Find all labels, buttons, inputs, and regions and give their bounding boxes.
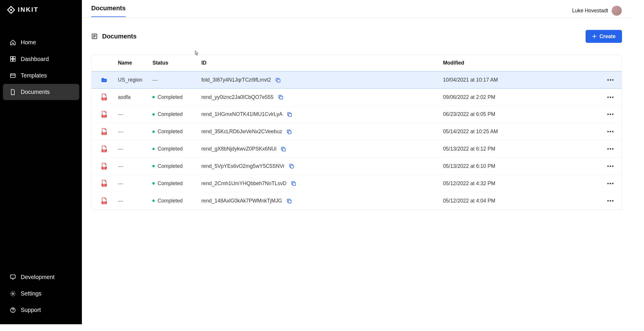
page-title: Documents bbox=[91, 33, 137, 40]
content-header: Documents Create bbox=[91, 30, 622, 43]
svg-point-20 bbox=[104, 80, 104, 81]
copy-id-button[interactable] bbox=[291, 180, 296, 186]
status-dot bbox=[152, 96, 155, 98]
avatar[interactable] bbox=[611, 6, 622, 16]
svg-point-10 bbox=[12, 293, 14, 294]
sidebar-item-templates[interactable]: Templates bbox=[3, 67, 79, 83]
dashboard-icon bbox=[10, 56, 16, 62]
create-button-label: Create bbox=[599, 33, 616, 40]
id-cell: rend_35KcLRDbJwVeNx2CVeebuz bbox=[199, 129, 441, 135]
table-row[interactable]: PDF — Completed rend_5VpYEs6vO2mg5wY5C5S… bbox=[92, 158, 622, 175]
sidebar-item-home[interactable]: Home bbox=[3, 35, 79, 50]
id-cell: rend_yy0iznc2Ja0ICbQO7e555 bbox=[199, 94, 441, 100]
sidebar-item-dashboard[interactable]: Dashboard bbox=[3, 51, 79, 67]
col-status[interactable]: Status bbox=[150, 60, 199, 66]
topbar: Documents Luke Hovestadt bbox=[82, 0, 631, 18]
copy-icon bbox=[275, 77, 281, 83]
pdf-icon: PDF bbox=[101, 111, 107, 118]
table-row[interactable]: PDF — Completed rend_148AxlG0kAk7PWMnkTj… bbox=[92, 192, 622, 210]
name-cell: — bbox=[116, 129, 150, 135]
svg-text:PDF: PDF bbox=[103, 150, 106, 151]
table-row[interactable]: PDF — Completed rend_35KcLRDbJwVeNx2CVee… bbox=[92, 123, 622, 141]
user-name: Luke Hovestadt bbox=[572, 8, 608, 14]
pdf-icon: PDF bbox=[101, 128, 107, 135]
copy-id-button[interactable] bbox=[289, 163, 294, 169]
svg-rect-23 bbox=[277, 79, 280, 82]
id-cell: rend_5VpYEs6vO2mg5wY5C5SNVr bbox=[199, 163, 441, 169]
col-modified[interactable]: Modified bbox=[441, 60, 602, 66]
more-actions-button[interactable] bbox=[607, 131, 613, 132]
more-actions-button[interactable] bbox=[607, 79, 613, 81]
svg-rect-1 bbox=[10, 9, 12, 11]
more-actions-button[interactable] bbox=[607, 200, 613, 202]
sidebar-item-documents[interactable]: Documents bbox=[3, 84, 79, 100]
svg-point-19 bbox=[103, 80, 103, 81]
svg-rect-43 bbox=[291, 166, 294, 168]
copy-icon bbox=[286, 198, 292, 204]
type-cell: PDF bbox=[93, 128, 116, 135]
sidebar-item-settings[interactable]: Settings bbox=[3, 286, 79, 301]
brand-logo[interactable]: INKIT bbox=[0, 0, 82, 22]
name-cell: — bbox=[116, 111, 150, 117]
table-row[interactable]: PDF — Completed rend_1HGmxNOTK41IMU1Cvlr… bbox=[92, 106, 622, 123]
table-row[interactable]: PDF — Completed rend_gX8bNjdykwvZ0PSKx6N… bbox=[92, 141, 622, 158]
settings-icon bbox=[10, 291, 16, 297]
sidebar-item-development[interactable]: Development bbox=[3, 269, 79, 285]
more-actions-button[interactable] bbox=[607, 183, 613, 184]
col-name[interactable]: Name bbox=[116, 60, 150, 66]
user-area[interactable]: Luke Hovestadt bbox=[572, 6, 622, 16]
copy-id-button[interactable] bbox=[278, 94, 284, 100]
sidebar-item-label: Documents bbox=[21, 89, 50, 95]
svg-rect-27 bbox=[280, 96, 283, 99]
copy-id-button[interactable] bbox=[280, 146, 286, 152]
sidebar-item-label: Dashboard bbox=[21, 56, 49, 63]
status-text: Completed bbox=[158, 94, 183, 100]
modified-cell: 06/23/2022 at 6:05 PM bbox=[441, 111, 602, 117]
table-row[interactable]: US_region — fold_3I87y4N1JqrTCzi9fLmvt2 … bbox=[92, 71, 622, 89]
support-icon bbox=[10, 307, 16, 313]
table-body: US_region — fold_3I87y4N1JqrTCzi9fLmvt2 … bbox=[92, 71, 622, 209]
sidebar-item-support[interactable]: Support bbox=[3, 302, 79, 318]
type-cell: PDF bbox=[93, 197, 116, 205]
copy-icon bbox=[286, 129, 292, 134]
svg-rect-39 bbox=[283, 148, 286, 151]
name-cell: — bbox=[116, 180, 150, 187]
svg-rect-2 bbox=[11, 57, 13, 59]
status-cell: Completed bbox=[150, 180, 199, 187]
main: Documents Luke Hovestadt Documents bbox=[82, 0, 631, 324]
status-text: Completed bbox=[158, 180, 183, 187]
pdf-icon: PDF bbox=[101, 197, 107, 205]
svg-rect-35 bbox=[288, 131, 291, 134]
page-title-text: Documents bbox=[102, 33, 136, 40]
id-text: rend_2Cmh1UmYHQbbeh7NnTLsvD bbox=[201, 180, 286, 187]
svg-text:PDF: PDF bbox=[103, 167, 106, 169]
more-actions-button[interactable] bbox=[607, 97, 613, 98]
copy-id-button[interactable] bbox=[286, 129, 292, 135]
copy-icon bbox=[281, 146, 286, 152]
type-cell: PDF bbox=[93, 146, 116, 153]
svg-point-21 bbox=[105, 80, 105, 81]
id-text: rend_1HGmxNOTK41IMU1CvlrLyA bbox=[201, 111, 283, 117]
id-text: fold_3I87y4N1JqrTCzi9fLmvt2 bbox=[201, 77, 271, 83]
modified-cell: 05/14/2022 at 10:25 AM bbox=[441, 129, 602, 135]
status-text: Completed bbox=[158, 111, 183, 117]
svg-text:PDF: PDF bbox=[103, 184, 106, 186]
more-actions-button[interactable] bbox=[607, 148, 613, 150]
more-actions-button[interactable] bbox=[607, 114, 613, 115]
create-button[interactable]: Create bbox=[586, 30, 622, 43]
more-actions-button[interactable] bbox=[607, 166, 613, 167]
id-cell: rend_1HGmxNOTK41IMU1CvlrLyA bbox=[199, 111, 441, 117]
copy-id-button[interactable] bbox=[286, 198, 292, 204]
copy-id-button[interactable] bbox=[275, 77, 281, 83]
status-text: Completed bbox=[158, 163, 183, 169]
table-row[interactable]: PDF asdfa Completed rend_yy0iznc2Ja0ICbQ… bbox=[92, 89, 622, 106]
col-id[interactable]: ID bbox=[199, 60, 441, 66]
status-text: — bbox=[152, 77, 158, 83]
type-cell bbox=[93, 77, 116, 83]
modified-cell: 09/06/2022 at 2:02 PM bbox=[441, 94, 602, 100]
table-row[interactable]: PDF — Completed rend_2Cmh1UmYHQbbeh7NnTL… bbox=[92, 175, 622, 192]
type-cell: PDF bbox=[93, 163, 116, 170]
status-dot bbox=[152, 113, 155, 116]
modified-cell: 05/12/2022 at 4:04 PM bbox=[441, 198, 602, 204]
copy-id-button[interactable] bbox=[286, 112, 292, 117]
